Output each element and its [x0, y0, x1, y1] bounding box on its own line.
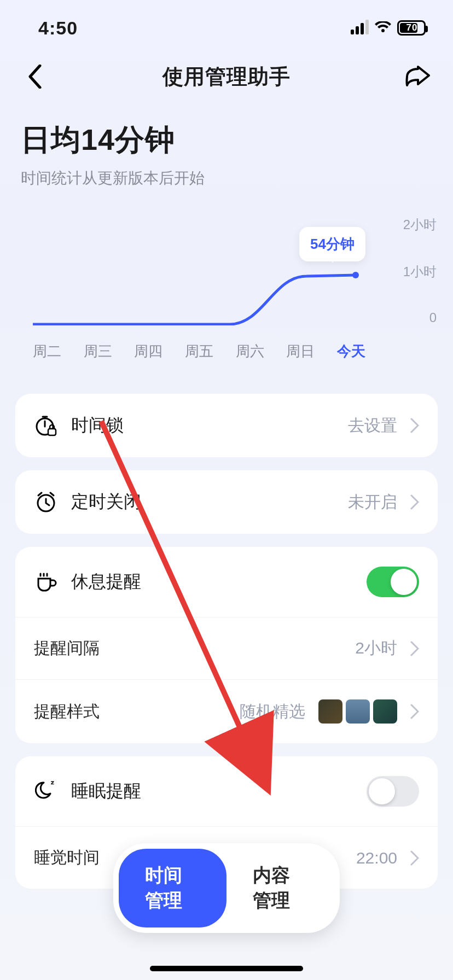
cup-icon	[34, 570, 58, 594]
status-bar: 4:50 70	[0, 0, 453, 49]
time-lock-card: 时间锁 去设置	[15, 394, 438, 457]
time-lock-row[interactable]: 时间锁 去设置	[15, 394, 438, 457]
x-axis: 周二 周三 周四 周五 周六 周日 今天	[33, 325, 371, 361]
rest-reminder-card: 休息提醒 提醒间隔 2小时 提醒样式 随机精选	[15, 547, 438, 743]
tab-switcher: 时间管理 内容管理	[113, 843, 340, 933]
usage-chart[interactable]: 2小时 1小时 0 54分钟 周二 周三 周四 周五 周六 周日 今天	[0, 216, 453, 361]
chevron-right-icon	[410, 641, 419, 656]
style-thumb	[373, 699, 397, 724]
rest-reminder-toggle[interactable]	[367, 567, 419, 597]
sleep-reminder-row: 睡眠提醒	[15, 756, 438, 826]
share-icon	[405, 66, 431, 88]
reminder-interval-row[interactable]: 提醒间隔 2小时	[15, 617, 438, 679]
style-thumb	[346, 699, 370, 724]
chevron-right-icon	[410, 704, 419, 719]
style-thumb	[318, 699, 342, 724]
chart-tooltip: 54分钟	[299, 227, 365, 261]
svg-rect-2	[48, 429, 56, 435]
moon-sleep-icon	[34, 779, 58, 803]
stopwatch-lock-icon	[34, 413, 58, 438]
status-time: 4:50	[38, 18, 78, 39]
back-button[interactable]	[21, 62, 49, 91]
auto-close-row[interactable]: 定时关闭 未开启	[15, 470, 438, 534]
page-title: 使用管理助手	[162, 63, 291, 91]
chevron-right-icon	[410, 494, 419, 510]
tab-content-management[interactable]: 内容管理	[226, 849, 334, 928]
reminder-style-row[interactable]: 提醒样式 随机精选	[15, 679, 438, 743]
nav-bar: 使用管理助手	[0, 49, 453, 104]
cellular-icon	[351, 21, 369, 34]
rest-reminder-row: 休息提醒	[15, 547, 438, 617]
share-button[interactable]	[404, 62, 432, 91]
style-thumbnails	[318, 699, 397, 724]
chevron-right-icon	[410, 418, 419, 433]
svg-point-0	[352, 272, 359, 278]
battery-indicator: 70	[397, 20, 426, 36]
auto-close-card: 定时关闭 未开启	[15, 470, 438, 534]
sleep-reminder-toggle[interactable]	[367, 776, 419, 807]
y-axis: 2小时 1小时 0	[376, 216, 437, 325]
chevron-right-icon	[410, 850, 419, 866]
alarm-clock-icon	[34, 490, 58, 514]
summary-subtitle: 时间统计从更新版本后开始	[21, 168, 432, 189]
status-right: 70	[351, 20, 426, 36]
tab-time-management[interactable]: 时间管理	[119, 849, 226, 928]
average-title: 日均14分钟	[21, 120, 432, 160]
wifi-icon	[374, 21, 392, 34]
home-indicator[interactable]	[150, 966, 303, 971]
summary-heading: 日均14分钟 时间统计从更新版本后开始	[0, 104, 453, 194]
chevron-left-icon	[28, 65, 42, 89]
